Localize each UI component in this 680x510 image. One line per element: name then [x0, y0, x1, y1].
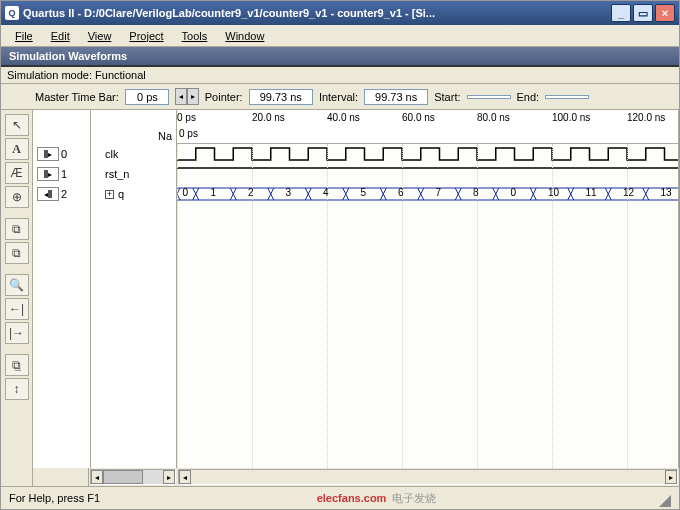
- ruler-tick: 120.0 ns: [627, 112, 665, 123]
- ruler-tick: 80.0 ns: [477, 112, 510, 123]
- name-header: Na: [91, 110, 176, 144]
- signal-name[interactable]: rst_n: [91, 164, 176, 184]
- time-toolbar: Master Time Bar: 0 ps ◂ ▸ Pointer: 99.73…: [1, 84, 679, 110]
- separator: [5, 210, 29, 216]
- input-pin-icon: ▸: [37, 167, 59, 181]
- signal-row[interactable]: ◂ 2: [33, 184, 90, 204]
- end-value[interactable]: [545, 95, 589, 99]
- scroll-right-icon[interactable]: ▸: [163, 470, 175, 484]
- master-time-spinner[interactable]: ◂ ▸: [175, 88, 199, 105]
- pointer-label: Pointer:: [205, 91, 243, 103]
- end-label: End:: [517, 91, 540, 103]
- menu-file[interactable]: File: [7, 28, 41, 44]
- status-bar: For Help, press F1 elecfans.com电子发烧: [1, 487, 679, 509]
- copy-tool-icon[interactable]: ⧉: [5, 218, 29, 240]
- close-button[interactable]: ×: [655, 4, 675, 22]
- signal-index: 0: [61, 148, 67, 160]
- cursor-time-label: 0 ps: [179, 128, 198, 139]
- signal-name[interactable]: + q: [91, 184, 176, 204]
- scroll-left-icon[interactable]: ◂: [179, 470, 191, 484]
- spin-left-icon[interactable]: ◂: [175, 88, 187, 105]
- signal-row[interactable]: ▸ 1: [33, 164, 90, 184]
- paste-tool-icon[interactable]: ⧉: [5, 242, 29, 264]
- bus-value-label: 6: [398, 187, 404, 198]
- menu-project[interactable]: Project: [121, 28, 171, 44]
- separator: [5, 346, 29, 352]
- text-tool-icon[interactable]: A: [5, 138, 29, 160]
- group-tool-icon[interactable]: ⧉̲: [5, 354, 29, 376]
- resize-grip-icon[interactable]: [653, 489, 671, 507]
- menu-bar: File Edit View Project Tools Window: [1, 25, 679, 47]
- status-help-text: For Help, press F1: [9, 492, 100, 504]
- interval-label: Interval:: [319, 91, 358, 103]
- app-icon: Q: [5, 6, 19, 20]
- name-scrollbar[interactable]: ◂ ▸: [90, 469, 176, 485]
- bus-value-label: 3: [286, 187, 292, 198]
- expand-icon[interactable]: +: [105, 190, 114, 199]
- left-toolbar: ↖ A Æ ⊕ ⧉ ⧉ 🔍 ←| |→ ⧉̲ ↕: [1, 110, 33, 486]
- scroll-thumb[interactable]: [191, 470, 665, 484]
- bus-value-label: 2: [248, 187, 254, 198]
- scroll-left-icon[interactable]: ◂: [91, 470, 103, 484]
- spin-right-icon[interactable]: ▸: [187, 88, 199, 105]
- menu-view[interactable]: View: [80, 28, 120, 44]
- menu-tools[interactable]: Tools: [174, 28, 216, 44]
- simulation-mode-label: Simulation mode: Functional: [1, 67, 679, 84]
- signal-name[interactable]: clk: [91, 144, 176, 164]
- bus-value-label: 13: [661, 187, 672, 198]
- input-pin-icon: ▸: [37, 147, 59, 161]
- zoom-fit-icon[interactable]: Æ: [5, 162, 29, 184]
- next-edge-icon[interactable]: |→: [5, 322, 29, 344]
- title-bar: Q Quartus II - D:/0Clare/VerilogLab/coun…: [1, 1, 679, 25]
- window-title: Quartus II - D:/0Clare/VerilogLab/counte…: [23, 7, 611, 19]
- signal-index: 2: [61, 188, 67, 200]
- separator: [5, 266, 29, 272]
- time-ruler: 0 ps 0 ps20.0 ns40.0 ns60.0 ns80.0 ns100…: [177, 110, 678, 144]
- start-label: Start:: [434, 91, 460, 103]
- bus-value-label: 4: [323, 187, 329, 198]
- find-tool-icon[interactable]: 🔍: [5, 274, 29, 296]
- output-bus-icon: ◂: [37, 187, 59, 201]
- bus-value-label: 11: [586, 187, 597, 198]
- zoom-in-icon[interactable]: ⊕: [5, 186, 29, 208]
- scroll-right-icon[interactable]: ▸: [665, 470, 677, 484]
- scroll-thumb[interactable]: [103, 470, 143, 484]
- ruler-tick: 20.0 ns: [252, 112, 285, 123]
- ruler-tick: 60.0 ns: [402, 112, 435, 123]
- restore-button[interactable]: ▭: [633, 4, 653, 22]
- bus-value-label: 12: [623, 187, 634, 198]
- pointer-tool-icon[interactable]: ↖: [5, 114, 29, 136]
- bus-value-label: 10: [548, 187, 559, 198]
- ruler-tick: 40.0 ns: [327, 112, 360, 123]
- prev-edge-icon[interactable]: ←|: [5, 298, 29, 320]
- signal-index-column: ▸ 0 ▸ 1 ◂ 2: [33, 110, 91, 468]
- pointer-value: 99.73 ns: [249, 89, 313, 105]
- bus-value-label: 0: [182, 187, 188, 198]
- bus-value-label: 8: [473, 187, 479, 198]
- bus-value-label: 1: [211, 187, 217, 198]
- waveform-plot[interactable]: 0 ps 0 ps20.0 ns40.0 ns60.0 ns80.0 ns100…: [177, 110, 679, 468]
- minimize-button[interactable]: _: [611, 4, 631, 22]
- watermark: elecfans.com电子发烧: [317, 491, 437, 506]
- ruler-tick: 0 ps: [177, 112, 196, 123]
- signal-index: 1: [61, 168, 67, 180]
- bus-value-label: 5: [361, 187, 367, 198]
- interval-value: 99.73 ns: [364, 89, 428, 105]
- master-time-value[interactable]: 0 ps: [125, 89, 169, 105]
- panel-title: Simulation Waveforms: [1, 47, 679, 67]
- menu-edit[interactable]: Edit: [43, 28, 78, 44]
- wave-scrollbar[interactable]: ◂ ▸: [178, 469, 678, 485]
- bus-value-label: 7: [436, 187, 442, 198]
- menu-window[interactable]: Window: [217, 28, 272, 44]
- align-tool-icon[interactable]: ↕: [5, 378, 29, 400]
- bus-value-label: 0: [511, 187, 517, 198]
- start-value[interactable]: [467, 95, 511, 99]
- horizontal-scrollbars: ◂ ▸ ◂ ▸: [33, 468, 679, 486]
- signal-name-column: Na clk rst_n + q: [91, 110, 177, 468]
- master-time-label: Master Time Bar:: [35, 91, 119, 103]
- signal-row[interactable]: ▸ 0: [33, 144, 90, 164]
- gridline: [177, 144, 178, 468]
- ruler-tick: 100.0 ns: [552, 112, 590, 123]
